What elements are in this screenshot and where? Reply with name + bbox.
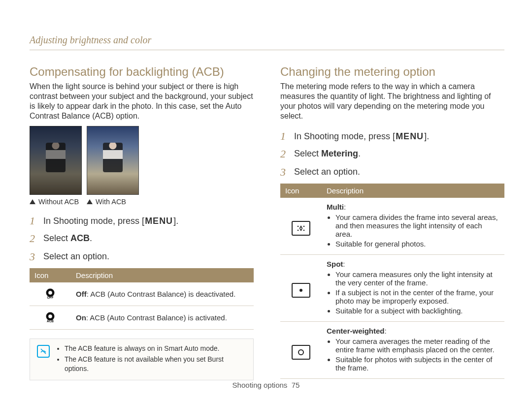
metering-spot-icon [292, 283, 310, 298]
step-number: 3 [280, 166, 288, 179]
note-box: The ACB feature is always on in Smart Au… [30, 339, 254, 380]
note-item: The ACB feature is not available when yo… [65, 355, 246, 373]
right-intro-paragraph: The metering mode refers to the way in w… [280, 82, 504, 121]
svg-point-12 [303, 229, 305, 231]
metering-options-table: Icon Description Multi: [280, 184, 504, 379]
step-number: 1 [280, 130, 288, 143]
step-text: In Shooting mode, press [MENU]. [43, 215, 178, 227]
left-steps: 1 In Shooting mode, press [MENU]. 2 Sele… [30, 215, 254, 263]
step-text: In Shooting mode, press [MENU]. [294, 130, 429, 143]
svg-point-8 [300, 225, 302, 227]
svg-point-7 [298, 225, 299, 227]
photo-placeholder [87, 126, 139, 195]
note-list: The ACB feature is always on in Smart Au… [56, 344, 246, 375]
bullet-item: Your camera divides the frame into sever… [335, 213, 499, 238]
acb-off-icon: OFF [43, 287, 58, 300]
table-row: Center-weighted: Your camera averages th… [280, 322, 504, 379]
right-steps: 1 In Shooting mode, press [MENU]. 2 Sele… [280, 130, 504, 179]
footer-section: Shooting options [233, 381, 288, 389]
step: 3 Select an option. [280, 166, 504, 179]
caption-without-acb: Without ACB [30, 198, 81, 206]
bullet-item: Suitable for general photos. [335, 240, 499, 248]
breadcrumb: Adjusting brightness and color [30, 34, 504, 50]
dot-icon [299, 289, 302, 292]
table-row: Spot: Your camera measures only the ligh… [280, 255, 504, 322]
table-row: ACB On: ACB (Auto Contrast Balance) is a… [30, 306, 254, 330]
acb-options-table: Icon Description OFF Off: ACB (Auto Cont… [30, 268, 254, 330]
left-section-title: Compensating for backlighting (ACB) [30, 65, 254, 79]
svg-text:ACB: ACB [47, 319, 54, 323]
desc-cell: Multi: Your camera divides the frame int… [322, 198, 504, 255]
step-number: 1 [30, 215, 37, 227]
icon-cell: ACB [30, 306, 71, 330]
step: 3 Select an option. [30, 250, 254, 263]
manual-page: Adjusting brightness and color Compensat… [0, 0, 532, 401]
svg-point-4 [48, 314, 52, 318]
photo-placeholder [30, 126, 82, 195]
metering-center-weighted-icon [292, 345, 310, 360]
menu-label: MENU [395, 130, 424, 143]
bullet-list: Your camera divides the frame into sever… [327, 213, 499, 248]
right-column: Changing the metering option The meterin… [280, 65, 504, 380]
icon-cell [280, 322, 322, 379]
table-header-icon: Icon [30, 268, 71, 282]
left-intro-paragraph: When the light source is behind your sub… [30, 82, 254, 121]
icon-cell: OFF [30, 282, 71, 306]
acb-on-icon: ACB [43, 311, 58, 324]
circle-icon [298, 349, 304, 355]
desc-cell: Off: ACB (Auto Contrast Balance) is deac… [71, 282, 254, 306]
caption-with-acb: With ACB [87, 198, 138, 206]
bullet-item: Your camera averages the meter reading o… [335, 337, 499, 354]
triangle-icon [30, 199, 35, 204]
step-text: Select an option. [43, 250, 109, 262]
icon-cell [280, 198, 322, 255]
step: 2 Select ACB. [30, 232, 254, 245]
icon-cell [280, 255, 322, 322]
example-images: Without ACB With ACB [30, 126, 254, 206]
right-section-title: Changing the metering option [280, 65, 504, 79]
step-number: 2 [280, 148, 288, 160]
table-header-icon: Icon [280, 184, 322, 198]
footer-page-number: 75 [292, 381, 300, 389]
caption-label: Without ACB [38, 198, 79, 206]
bullet-item: If a subject is not in the center of the… [335, 288, 499, 305]
step-text: Select Metering. [294, 148, 361, 159]
left-column: Compensating for backlighting (ACB) When… [30, 65, 254, 380]
table-header-description: Description [71, 268, 254, 282]
svg-point-13 [300, 227, 302, 229]
step: 1 In Shooting mode, press [MENU]. [280, 130, 504, 143]
bullet-item: Your camera measures only the light inte… [335, 270, 499, 287]
table-row: Multi: Your camera divides the frame int… [280, 198, 504, 255]
bullet-item: Suitable for a subject with backlighting… [335, 307, 499, 315]
note-icon [37, 345, 50, 358]
thumb-with-acb: With ACB [87, 126, 138, 206]
note-item: The ACB feature is always on in Smart Au… [65, 344, 246, 353]
step: 2 Select Metering. [280, 148, 504, 160]
step: 1 In Shooting mode, press [MENU]. [30, 215, 254, 227]
triangle-icon [87, 199, 93, 204]
step-text: Select an option. [294, 166, 360, 178]
step-number: 3 [30, 250, 37, 263]
menu-label: MENU [144, 215, 173, 227]
svg-point-10 [298, 229, 299, 231]
desc-cell: Spot: Your camera measures only the ligh… [322, 255, 504, 322]
bullet-item: Suitable for photos with subjects in the… [335, 355, 499, 372]
step-text: Select ACB. [43, 232, 92, 244]
step-number: 2 [30, 232, 37, 245]
svg-text:OFF: OFF [47, 296, 54, 299]
page-footer: Shooting options 75 [0, 381, 532, 389]
svg-point-9 [303, 225, 305, 227]
svg-point-1 [48, 291, 52, 295]
caption-label: With ACB [96, 198, 126, 206]
bullet-list: Your camera measures only the light inte… [327, 270, 499, 315]
desc-cell: On: ACB (Auto Contrast Balance) is activ… [71, 306, 254, 330]
metering-multi-icon [292, 221, 310, 236]
two-column-layout: Compensating for backlighting (ACB) When… [30, 65, 504, 380]
desc-cell: Center-weighted: Your camera averages th… [322, 322, 504, 379]
svg-point-11 [300, 229, 302, 231]
thumb-without-acb: Without ACB [30, 126, 81, 206]
table-row: OFF Off: ACB (Auto Contrast Balance) is … [30, 282, 254, 306]
table-header-description: Description [322, 184, 504, 198]
bullet-list: Your camera averages the meter reading o… [327, 337, 499, 372]
